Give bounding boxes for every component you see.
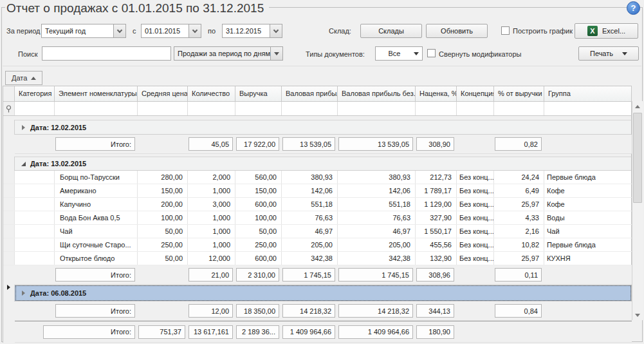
chevron-down-icon[interactable]: [270, 47, 282, 60]
cell-gross-wo[interactable]: 142,06: [338, 184, 416, 197]
table-row[interactable]: Борщ по-Тарусски 280,00 2,000 560,00 380…: [3, 171, 632, 184]
cell-markup[interactable]: 455,56: [416, 238, 457, 251]
cell-revenue[interactable]: 560,00: [235, 171, 282, 184]
cell-item-name[interactable]: Борщ по-Тарусски: [55, 171, 138, 184]
cell-concept[interactable]: Без конц...: [457, 184, 494, 197]
expand-collapsed-icon[interactable]: [22, 125, 25, 130]
column-header-quantity[interactable]: Количество: [188, 86, 235, 101]
date-from-picker[interactable]: 01.01.2015: [141, 24, 201, 38]
cell-quantity[interactable]: 1,000: [188, 238, 235, 251]
cell-pct[interactable]: 2,16: [494, 225, 544, 238]
cell-group[interactable]: Кофе: [544, 198, 632, 211]
cell-group[interactable]: Кофе: [544, 184, 632, 197]
cell-revenue[interactable]: 100,00: [235, 211, 282, 224]
cell-gross[interactable]: 342,38: [282, 252, 338, 265]
warehouses-button[interactable]: Склады: [360, 24, 422, 38]
filter-cell-gross-wo[interactable]: [338, 102, 416, 115]
cell-gross-wo[interactable]: 551,18: [338, 198, 416, 211]
cell-gross[interactable]: 205,00: [282, 238, 338, 251]
cell-category[interactable]: [15, 198, 55, 211]
cell-category[interactable]: [15, 225, 55, 238]
cell-avg-price[interactable]: 150,00: [138, 184, 188, 197]
build-chart-checkbox[interactable]: [501, 26, 510, 35]
column-header-gross-profit[interactable]: Валовая прибыль: [282, 86, 338, 101]
cell-revenue[interactable]: 250,00: [235, 238, 282, 251]
cell-group[interactable]: Первые блюда: [544, 238, 632, 251]
cell-pct[interactable]: 25,97: [494, 198, 544, 211]
cell-gross-wo[interactable]: 380,93: [338, 171, 416, 184]
cell-concept[interactable]: Без конц...: [457, 171, 494, 184]
expand-collapsed-icon[interactable]: [22, 291, 25, 296]
cell-category[interactable]: [15, 171, 55, 184]
cell-pct[interactable]: 4,33: [494, 211, 544, 224]
cell-markup[interactable]: 212,73: [416, 171, 457, 184]
excel-button[interactable]: X Excel...: [575, 23, 638, 39]
cell-gross[interactable]: 76,63: [282, 211, 338, 224]
cell-group[interactable]: КУХНЯ: [544, 252, 632, 265]
cell-concept[interactable]: Без конц...: [457, 198, 494, 211]
cell-item-name[interactable]: Вода Бон Аква 0,5: [55, 211, 138, 224]
help-icon[interactable]: ?: [627, 1, 640, 15]
cell-quantity[interactable]: 1,000: [188, 184, 235, 197]
table-row[interactable]: Американо 150,00 1,000 150,00 142,06 142…: [3, 184, 632, 198]
cell-markup[interactable]: 1 789,17: [416, 184, 457, 197]
scroll-down-icon[interactable]: [632, 310, 643, 320]
column-header-item[interactable]: Элемент номенклатуры: [55, 86, 138, 101]
cell-category[interactable]: [15, 184, 55, 197]
cell-pct[interactable]: 6,49: [494, 184, 544, 197]
column-header-avg-price[interactable]: Средняя цена: [138, 86, 188, 101]
cell-markup[interactable]: 1 129,00: [416, 198, 457, 211]
cell-revenue[interactable]: 600,00: [235, 198, 282, 211]
cell-quantity[interactable]: 2,000: [188, 171, 235, 184]
cell-avg-price[interactable]: 50,00: [138, 252, 188, 265]
cell-markup[interactable]: 327,90: [416, 211, 457, 224]
cell-item-name[interactable]: Капучино: [55, 198, 138, 211]
cell-group[interactable]: Воды: [544, 211, 632, 224]
cell-avg-price[interactable]: 100,00: [138, 211, 188, 224]
table-row[interactable]: Чай 50,00 1,000 50,00 46,97 46,97 1 550,…: [3, 225, 632, 238]
cell-concept[interactable]: Без конц...: [457, 238, 494, 251]
cell-quantity[interactable]: 3,000: [188, 198, 235, 211]
cell-quantity[interactable]: 12,000: [188, 252, 235, 265]
column-header-gross-profit-wo[interactable]: Валовая прибыль без...: [338, 86, 416, 101]
cell-gross[interactable]: 551,18: [282, 198, 338, 211]
cell-revenue[interactable]: 150,00: [235, 184, 282, 197]
cell-concept[interactable]: Без конц...: [457, 252, 494, 265]
scroll-up-icon[interactable]: [632, 101, 643, 111]
cell-gross-wo[interactable]: 46,97: [338, 225, 416, 238]
cell-gross[interactable]: 46,97: [282, 225, 338, 238]
column-header-pct-revenue[interactable]: % от выручки: [494, 86, 544, 101]
chevron-down-icon[interactable]: [189, 24, 201, 37]
cell-gross[interactable]: 142,06: [282, 184, 338, 197]
filter-cell-group[interactable]: [544, 102, 632, 115]
cell-item-name[interactable]: Открытое блюдо: [55, 252, 138, 265]
filter-cell-avg-price[interactable]: [138, 102, 188, 115]
chevron-down-icon[interactable]: [113, 24, 125, 37]
cell-markup[interactable]: 132,90: [416, 252, 457, 265]
table-row[interactable]: Вода Бон Аква 0,5 100,00 1,000 100,00 76…: [3, 211, 632, 225]
cell-markup[interactable]: 1 550,17: [416, 225, 457, 238]
vertical-scrollbar[interactable]: [632, 101, 643, 320]
cell-gross[interactable]: 380,93: [282, 171, 338, 184]
cell-quantity[interactable]: 1,000: [188, 225, 235, 238]
group-row-content[interactable]: Дата: 13.02.2015: [15, 157, 632, 171]
group-row-content[interactable]: Дата: 06.08.2015: [15, 285, 632, 301]
filter-cell-revenue[interactable]: [235, 102, 282, 115]
collapse-modifiers-checkbox[interactable]: [427, 49, 436, 57]
cell-revenue[interactable]: 50,00: [235, 225, 282, 238]
period-combobox[interactable]: Текущий год: [41, 24, 126, 38]
cell-item-name[interactable]: Американо: [55, 184, 138, 197]
filter-cell-gross[interactable]: [282, 102, 338, 115]
cell-item-name[interactable]: Щи суточные Старо...: [55, 238, 138, 251]
column-header-category[interactable]: Категория: [15, 86, 55, 101]
doc-types-combobox[interactable]: Все: [375, 46, 423, 61]
group-row-06-08-2015-selected[interactable]: Дата: 06.08.2015: [3, 285, 632, 301]
scrollbar-thumb[interactable]: [633, 113, 642, 203]
cell-concept[interactable]: Без конц...: [457, 225, 494, 238]
table-row[interactable]: Щи суточные Старо... 250,00 1,000 250,00…: [3, 238, 632, 252]
filter-cell-quantity[interactable]: [188, 102, 235, 115]
chevron-down-icon[interactable]: [410, 47, 422, 60]
cell-gross-wo[interactable]: 76,63: [338, 211, 416, 224]
cell-pct[interactable]: 25,97: [494, 252, 544, 265]
cell-group[interactable]: Чай: [544, 225, 632, 238]
